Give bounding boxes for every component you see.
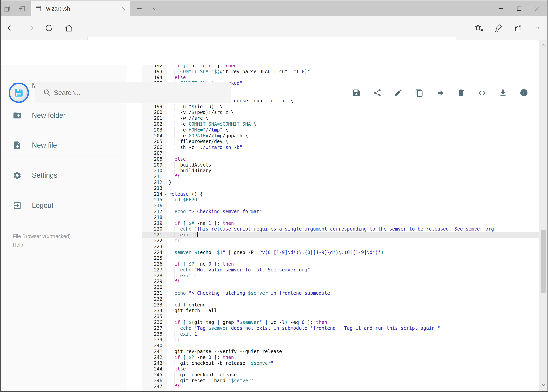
code-text: fi <box>166 337 539 343</box>
new-tab-button[interactable] <box>132 1 146 16</box>
code-line[interactable]: 211 fi <box>142 174 539 180</box>
code-line[interactable]: 226 if [ $? -ne 0 ]; then <box>142 261 539 267</box>
code-line[interactable]: 213 <box>142 186 539 191</box>
code-text <box>166 255 539 261</box>
code-view-button[interactable] <box>472 80 493 105</box>
code-line[interactable]: 193 COMMIT_SHA="$(git rev-parse HEAD | c… <box>142 69 539 75</box>
search-input[interactable]: Search... <box>35 82 231 103</box>
code-line[interactable]: 222 fi <box>142 238 539 244</box>
sidebar-item-logout[interactable]: Logout <box>0 197 126 214</box>
code-line[interactable]: 230 <box>142 285 539 290</box>
app-logo[interactable] <box>9 83 29 103</box>
code-line[interactable]: 217 echo "> Checking semver format" <box>142 209 539 215</box>
code-line[interactable]: 215 cd $REPO <box>142 197 539 203</box>
home-button[interactable] <box>62 21 76 35</box>
code-text: -e COMMIT_SHA=$COMMIT_SHA \ <box>166 121 539 127</box>
indent-guide <box>174 360 175 366</box>
download-button[interactable] <box>493 80 513 105</box>
code-line[interactable]: 223 <box>142 244 539 250</box>
code-line[interactable]: 246 git reset --hard "$semver" <box>142 378 539 384</box>
back-button[interactable] <box>4 21 18 35</box>
logout-icon <box>13 201 22 210</box>
code-line[interactable]: 233 cd frontend <box>142 302 539 308</box>
code-line[interactable]: 240 <box>142 343 539 349</box>
code-line[interactable]: 221 exit 1 <box>142 232 539 238</box>
window-minimize-button[interactable] <box>492 1 510 16</box>
code-line[interactable]: 201 -w //src \ <box>142 115 539 121</box>
code-line[interactable]: 243 git checkout -b release "$semver" <box>142 360 539 366</box>
code-line[interactable]: 234 git fetch --all <box>142 308 539 314</box>
line-number: 220 <box>142 226 166 232</box>
scroll-up-arrow[interactable] <box>539 42 548 48</box>
code-line[interactable]: 239 fi <box>142 337 539 343</box>
tab-list-button[interactable] <box>148 1 162 16</box>
copy-button[interactable] <box>409 80 430 105</box>
code-line[interactable]: 218 <box>142 215 539 221</box>
window-close-button[interactable] <box>528 1 546 16</box>
set-tabs-aside-button[interactable] <box>15 1 29 16</box>
code-line[interactable]: 220 echo "This release script requires a… <box>142 226 539 232</box>
code-line[interactable]: 225 <box>142 255 539 261</box>
code-line[interactable]: 194 else <box>142 75 539 81</box>
code-line[interactable]: 210 buildBinary <box>142 168 539 174</box>
code-line[interactable]: 207 <box>142 150 539 156</box>
code-line[interactable]: 204 -e GOPATH=//tmp/gopath \ <box>142 133 539 139</box>
move-button[interactable] <box>430 80 451 105</box>
code-line[interactable]: 235 <box>142 314 539 320</box>
help-link[interactable]: Help <box>13 240 71 249</box>
line-number: 216 <box>142 203 166 209</box>
code-line[interactable]: 228 exit 1 <box>142 273 539 279</box>
code-line[interactable]: 202 -e COMMIT_SHA=$COMMIT_SHA \ <box>142 121 539 127</box>
refresh-button[interactable] <box>42 21 56 35</box>
tab-preview-button[interactable] <box>0 1 15 16</box>
edit-button[interactable] <box>388 80 409 105</box>
code-line[interactable]: 227 echo "Not valid semver format. See s… <box>142 267 539 273</box>
tab-close-icon[interactable] <box>121 6 127 11</box>
sidebar-item-settings[interactable]: Settings <box>0 167 126 184</box>
code-line[interactable]: 208 else <box>142 156 539 162</box>
more-options-button[interactable] <box>529 21 543 35</box>
code-line[interactable]: 232 <box>142 296 539 302</box>
indent-guide <box>174 110 175 115</box>
code-line[interactable]: 192 if [ -d ".git" ]; then <box>142 65 539 69</box>
code-line[interactable]: 229 fi <box>142 279 539 285</box>
vertical-scrollbar[interactable] <box>539 40 548 391</box>
code-line[interactable]: 247 fi <box>142 384 539 390</box>
code-line[interactable]: 238 exit 1 <box>142 331 539 337</box>
code-line[interactable]: 212} <box>142 180 539 186</box>
code-line[interactable]: 214▾release () { <box>142 191 539 197</box>
share-page-button[interactable] <box>511 21 525 35</box>
code-line[interactable]: 236 if [ $(git tag | grep "$semver" | wc… <box>142 320 539 325</box>
code-editor[interactable]: 192 if [ -d ".git" ]; then193 COMMIT_SHA… <box>126 65 539 391</box>
window-maximize-button[interactable] <box>510 1 528 16</box>
code-line[interactable]: 216 <box>142 203 539 209</box>
code-line[interactable]: 205 filebrowser/dev \ <box>142 139 539 145</box>
code-line[interactable]: 200 -v /$(pwd):/src:z \ <box>142 110 539 115</box>
share-button[interactable] <box>367 80 388 105</box>
hub-button[interactable] <box>472 21 486 35</box>
code-line[interactable]: 209 buildAssets <box>142 162 539 168</box>
save-button[interactable] <box>346 80 367 105</box>
web-note-button[interactable] <box>492 21 506 35</box>
code-line[interactable]: 206 sh -c "./wizard.sh -b" <box>142 145 539 150</box>
code-line[interactable]: 219 if [ $# -ne 1 ]; then <box>142 221 539 226</box>
code-line[interactable]: 203 -e HOME="//tmp" \ <box>142 127 539 133</box>
code-line[interactable]: 241 git rev-parse --verify --quiet relea… <box>142 349 539 355</box>
app-version-text: File Browser v(untracked) <box>13 232 71 240</box>
line-number: 201 <box>142 115 166 121</box>
sidebar-item-new-file[interactable]: New file <box>0 136 126 154</box>
code-line[interactable]: 231 echo "> Checking matching $semver in… <box>142 290 539 296</box>
delete-button[interactable] <box>451 80 472 105</box>
forward-button[interactable] <box>23 21 37 35</box>
code-line[interactable]: 245 git checkout release <box>142 372 539 378</box>
code-line[interactable]: 242 if [ $? -ne 0 ]; then <box>142 355 539 360</box>
code-line[interactable]: 224 semver=$(echo "$1" | grep -P '^v(0|[… <box>142 250 539 256</box>
code-line[interactable]: 244 else <box>142 366 539 372</box>
browser-tab[interactable]: wizard.sh <box>31 1 130 16</box>
info-button[interactable] <box>513 80 534 105</box>
scroll-down-arrow[interactable] <box>539 381 548 388</box>
code-line[interactable]: 237 echo "Tag $semver does not exist in … <box>142 325 539 331</box>
scrollbar-thumb[interactable] <box>541 230 546 293</box>
sidebar-item-new-folder[interactable]: New folder <box>0 107 126 124</box>
ellipsis-icon <box>532 23 541 33</box>
